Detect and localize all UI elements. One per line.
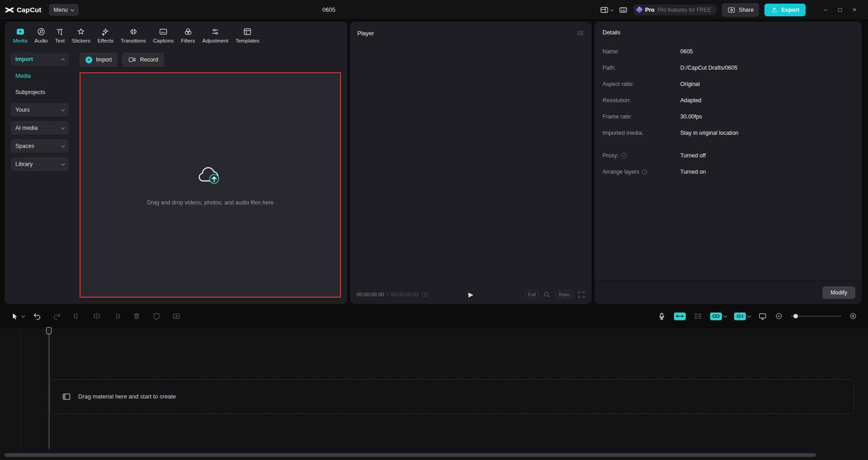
linkage-toggle-icon bbox=[710, 313, 722, 320]
player-title: Player bbox=[357, 30, 374, 37]
import-button[interactable]: + Import bbox=[80, 52, 118, 67]
track-display-toggle-icon bbox=[734, 313, 746, 320]
tab-stickers[interactable]: Stickers bbox=[69, 26, 94, 44]
detail-row-arrange-layers: Arrange layers i Turned on bbox=[602, 169, 854, 175]
audio-icon bbox=[37, 27, 46, 36]
keyboard-icon bbox=[619, 5, 628, 14]
full-screen-fit-button[interactable]: Full bbox=[525, 290, 539, 299]
total-time: 00:00:00:00 bbox=[391, 292, 418, 297]
shortcuts-button[interactable] bbox=[619, 5, 628, 14]
pro-banner[interactable]: Pro Pro features for FREE bbox=[633, 5, 716, 15]
detail-row-name: Name: 0605 bbox=[602, 48, 854, 55]
detail-row-aspect-ratio: Aspect ratio: Original bbox=[602, 81, 854, 87]
layout-icon bbox=[600, 5, 609, 14]
project-title: 0605 bbox=[323, 6, 336, 13]
chevron-down-icon bbox=[610, 7, 614, 11]
tab-adjustment[interactable]: Adjustment bbox=[199, 26, 232, 44]
sidebar-item-subprojects[interactable]: Subprojects bbox=[11, 86, 69, 99]
zoom-in-icon[interactable] bbox=[849, 312, 857, 320]
titlebar: CapCut Menu 0605 Pro Pro features for FR… bbox=[0, 0, 868, 19]
export-button[interactable]: Export bbox=[764, 4, 806, 16]
timeline-toolbar bbox=[0, 304, 868, 328]
voiceover-mic-icon[interactable] bbox=[657, 312, 666, 321]
tab-captions[interactable]: Captions bbox=[150, 26, 177, 44]
play-button[interactable]: ▶ bbox=[469, 291, 474, 298]
timeline-area[interactable]: Drag material here and start to create bbox=[0, 328, 868, 460]
timeline-zoom-slider[interactable] bbox=[791, 316, 841, 317]
delete-icon[interactable] bbox=[132, 312, 141, 321]
sidebar-group-ai-media[interactable]: AI media bbox=[11, 121, 69, 135]
track-display-toggle[interactable] bbox=[734, 313, 750, 320]
tab-audio[interactable]: Audio bbox=[31, 26, 51, 44]
media-panel: Media Audio Text Stickers bbox=[5, 22, 347, 304]
record-camera-icon bbox=[128, 56, 136, 64]
share-button[interactable]: Share bbox=[722, 3, 759, 17]
zoom-slider-knob[interactable] bbox=[793, 314, 798, 318]
tab-effects[interactable]: Effects bbox=[95, 26, 117, 44]
timeline-drop-target[interactable]: Drag material here and start to create bbox=[50, 379, 854, 414]
media-sidebar: Import Media Subprojects Yours AI media … bbox=[11, 48, 69, 298]
playhead-handle[interactable] bbox=[46, 327, 52, 334]
tab-filters[interactable]: Filters bbox=[178, 26, 198, 44]
sidebar-group-yours[interactable]: Yours bbox=[11, 103, 69, 117]
auto-ripple-icon[interactable] bbox=[693, 312, 702, 321]
sidebar-section-import[interactable]: Import bbox=[11, 52, 69, 66]
menu-button[interactable]: Menu bbox=[49, 4, 79, 16]
app-name: CapCut bbox=[17, 6, 42, 14]
detail-row-proxy: Proxy: i Turned off bbox=[602, 152, 854, 159]
timeline-hint-text: Drag material here and start to create bbox=[78, 393, 176, 400]
detail-row-frame-rate: Frame rate: 30.00fps bbox=[602, 114, 854, 120]
text-icon bbox=[55, 27, 64, 36]
preview-quality-icon[interactable] bbox=[758, 312, 767, 321]
media-dropzone[interactable]: Drag and drop videos, photos, and audio … bbox=[80, 72, 341, 298]
ratio-button[interactable]: Ratio bbox=[555, 290, 573, 299]
maximize-button[interactable]: □ bbox=[833, 4, 847, 16]
chevron-down-icon bbox=[723, 314, 727, 318]
info-icon[interactable]: i bbox=[642, 169, 647, 175]
player-menu-icon[interactable] bbox=[576, 29, 584, 37]
adjustment-icon bbox=[211, 27, 220, 36]
window-controls: – □ × bbox=[818, 4, 862, 16]
modify-button[interactable]: Modify bbox=[822, 286, 855, 299]
mask-icon[interactable] bbox=[152, 312, 161, 321]
replace-icon[interactable] bbox=[172, 312, 181, 321]
film-strip-icon bbox=[62, 392, 71, 401]
keyframe-toggle-icon[interactable] bbox=[674, 313, 686, 320]
layout-switch-button[interactable] bbox=[600, 5, 613, 14]
close-button[interactable]: × bbox=[847, 4, 862, 16]
zoom-fit-icon[interactable] bbox=[543, 291, 551, 299]
tab-text[interactable]: Text bbox=[52, 26, 68, 44]
tab-media[interactable]: Media bbox=[10, 26, 30, 44]
media-tabbar: Media Audio Text Stickers bbox=[5, 22, 347, 47]
frame-mark-icon[interactable] bbox=[421, 290, 429, 299]
zoom-out-icon[interactable] bbox=[775, 312, 783, 320]
sidebar-group-library[interactable]: Library bbox=[11, 157, 69, 171]
redo-icon[interactable] bbox=[52, 312, 62, 321]
current-time: 00:00:00:00 bbox=[356, 292, 384, 297]
sidebar-group-spaces[interactable]: Spaces bbox=[11, 139, 69, 153]
track-header-divider bbox=[20, 331, 21, 453]
templates-icon bbox=[243, 27, 252, 36]
record-button[interactable]: Record bbox=[122, 52, 164, 67]
select-tool-button[interactable] bbox=[11, 312, 24, 320]
horizontal-scrollbar[interactable] bbox=[5, 453, 816, 457]
minimize-button[interactable]: – bbox=[818, 4, 833, 16]
split-right-icon[interactable] bbox=[112, 312, 121, 321]
linkage-toggle[interactable] bbox=[710, 313, 726, 320]
sidebar-item-media[interactable]: Media bbox=[11, 70, 69, 82]
cloud-upload-icon bbox=[196, 164, 224, 187]
media-icon bbox=[16, 27, 25, 36]
info-icon[interactable]: i bbox=[621, 153, 626, 158]
undo-icon[interactable] bbox=[33, 312, 42, 321]
pro-badge: Pro bbox=[645, 7, 655, 13]
detail-row-path: Path: D:/CapCut Drafts/0605 bbox=[602, 65, 854, 71]
tab-templates[interactable]: Templates bbox=[232, 26, 262, 44]
chevron-down-icon bbox=[61, 126, 65, 129]
tab-transitions[interactable]: Transitions bbox=[118, 26, 149, 44]
split-left-icon[interactable] bbox=[72, 312, 81, 321]
export-icon bbox=[771, 6, 778, 14]
player-panel: Player 00:00:00:00 / 00:00:00:00 ▶ Full … bbox=[350, 22, 592, 304]
details-title: Details bbox=[594, 22, 862, 36]
fullscreen-icon[interactable] bbox=[578, 291, 585, 299]
split-icon[interactable] bbox=[92, 312, 101, 321]
